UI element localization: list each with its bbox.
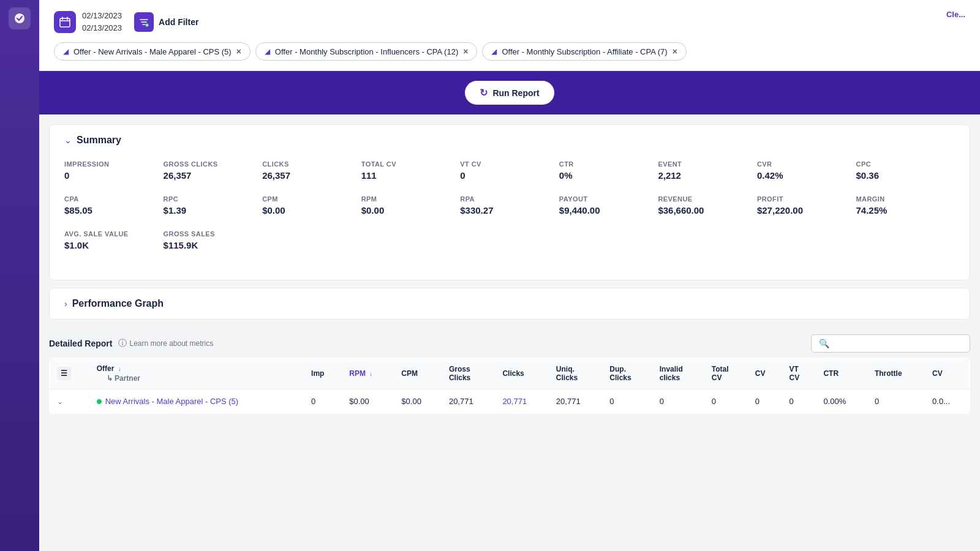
metric-avg-sale: AVG. SALE VALUE $1.0K (64, 230, 164, 250)
th-dup-clicks[interactable]: Dup.Clicks (602, 358, 652, 389)
metric-cpc-label: CPC (856, 160, 956, 168)
th-throttle[interactable]: Throttle (867, 358, 925, 389)
performance-graph-header[interactable]: › Performance Graph (50, 288, 970, 319)
metric-clicks-value: 26,357 (262, 170, 361, 181)
metric-rpc-label: RPC (164, 195, 263, 203)
metric-rpa: RPA $330.27 (460, 195, 559, 216)
metric-vt-cv-label: VT CV (460, 160, 559, 168)
td-ctr: 0.00% (816, 389, 867, 414)
search-box[interactable]: 🔍 (811, 334, 970, 353)
date-end: 02/13/2023 (82, 22, 122, 34)
run-report-button[interactable]: ↻ Run Report (465, 81, 554, 105)
summary-collapse-icon: ⌄ (64, 135, 72, 145)
filter-tag-close-3[interactable]: × (673, 47, 677, 56)
date-range: 02/13/2023 02/13/2023 (54, 10, 122, 34)
detailed-report-section: Detailed Report ⓘ Learn more about metri… (49, 327, 970, 414)
run-report-icon: ↻ (480, 87, 488, 99)
metric-revenue-label: REVENUE (658, 195, 757, 203)
th-ctr[interactable]: CTR (816, 358, 867, 389)
metric-cpm-label: CPM (262, 195, 361, 203)
metric-placeholder-4 (559, 230, 658, 250)
search-input[interactable] (833, 339, 962, 348)
th-total-cv[interactable]: TotalCV (704, 358, 748, 389)
page-wrapper: 02/13/2023 02/13/2023 Add Filter (0, 0, 980, 551)
filter-tag-3: ◢ Offer - Monthly Subscription - Affilia… (482, 42, 686, 61)
metric-cpa: CPA $85.05 (64, 195, 164, 216)
metric-revenue-value: $36,660.00 (658, 205, 757, 216)
date-start: 02/13/2023 (82, 10, 122, 22)
td-vt-cv: 0 (782, 389, 816, 414)
th-offer[interactable]: Offer ↓ ↳ Partner (89, 358, 304, 389)
info-icon: ⓘ (118, 338, 127, 349)
filter-tag-1: ◢ Offer - New Arrivals - Male Apparel - … (54, 42, 251, 61)
filter-tag-close-1[interactable]: × (236, 47, 241, 56)
filter-tag-label-3: Offer - Monthly Subscription - Affiliate… (502, 47, 667, 56)
metric-profit-label: PROFIT (757, 195, 856, 203)
metric-payout: PAYOUT $9,440.00 (559, 195, 658, 216)
th-clicks[interactable]: Clicks (495, 358, 548, 389)
metric-vt-cv: VT CV 0 (460, 160, 559, 181)
td-gross-clicks: 20,771 (442, 389, 495, 414)
summary-header[interactable]: ⌄ Summary (50, 125, 970, 156)
metric-total-cv-label: TOTAL CV (361, 160, 461, 168)
th-cv2[interactable]: CV (925, 358, 970, 389)
metric-event: EVENT 2,212 (658, 160, 757, 181)
offer-name-link[interactable]: New Arrivals - Male Apparel - CPS (5) (105, 397, 238, 406)
td-throttle: 0 (867, 389, 925, 414)
th-offer-label: Offer ↓ (97, 364, 296, 373)
metric-rpm-label: RPM (361, 195, 461, 203)
td-cv: 0 (748, 389, 782, 414)
th-filter-icon[interactable]: ☰ (57, 367, 71, 380)
rpm-sort-arrow: ↓ (369, 370, 372, 377)
metric-rpa-value: $330.27 (460, 205, 559, 216)
metric-rpc: RPC $1.39 (164, 195, 263, 216)
filter-tag-close-2[interactable]: × (463, 47, 468, 56)
performance-graph-expand-icon: › (64, 299, 67, 309)
metric-margin-value: 74.25% (856, 205, 956, 216)
row-expand-button[interactable]: ⌄ (57, 397, 63, 406)
metric-total-cv: TOTAL CV 111 (361, 160, 461, 181)
learn-more-label: Learn more about metrics (129, 339, 213, 348)
metric-rpm: RPM $0.00 (361, 195, 461, 216)
add-filter-button[interactable]: Add Filter (134, 12, 198, 32)
sidebar-logo (9, 7, 31, 29)
metric-gross-sales-value: $115.9K (164, 240, 263, 250)
metric-payout-value: $9,440.00 (559, 205, 658, 216)
metric-gross-clicks-label: GROSS CLICKS (164, 160, 263, 168)
metric-cvr: CVR 0.42% (757, 160, 856, 181)
metric-payout-label: PAYOUT (559, 195, 658, 203)
clear-button[interactable]: Cle... (946, 10, 965, 19)
table-row: ⌄ New Arrivals - Male Apparel - CPS (5) … (50, 389, 970, 414)
metric-cpa-value: $85.05 (64, 205, 164, 216)
th-imp[interactable]: Imp (304, 358, 342, 389)
metric-event-value: 2,212 (658, 170, 757, 181)
td-invalid-clicks: 0 (652, 389, 704, 414)
metric-placeholder-7 (856, 230, 956, 250)
metric-avg-sale-label: AVG. SALE VALUE (64, 230, 164, 238)
metric-placeholder-1 (262, 230, 361, 250)
metric-gross-clicks: GROSS CLICKS 26,357 (164, 160, 263, 181)
td-imp: 0 (304, 389, 342, 414)
add-filter-label: Add Filter (159, 17, 198, 27)
td-total-cv: 0 (704, 389, 748, 414)
metric-avg-sale-value: $1.0K (64, 240, 164, 250)
th-rpm[interactable]: RPM ↓ (342, 358, 394, 389)
metric-margin-label: MARGIN (856, 195, 956, 203)
th-cv[interactable]: CV (748, 358, 782, 389)
th-invalid-clicks[interactable]: Invalidclicks (652, 358, 704, 389)
metric-cpm: CPM $0.00 (262, 195, 361, 216)
metric-placeholder-5 (658, 230, 757, 250)
filter-tags: ◢ Offer - New Arrivals - Male Apparel - … (54, 42, 965, 61)
metric-margin: MARGIN 74.25% (856, 195, 956, 216)
metric-rpc-value: $1.39 (164, 205, 263, 216)
th-cpm[interactable]: CPM (394, 358, 442, 389)
th-uniq-clicks[interactable]: Uniq.Clicks (549, 358, 602, 389)
filter-tag-icon-3: ◢ (491, 47, 497, 56)
th-vt-cv[interactable]: VTCV (782, 358, 816, 389)
td-dup-clicks: 0 (602, 389, 652, 414)
sidebar (0, 0, 39, 551)
th-gross-clicks[interactable]: GrossClicks (442, 358, 495, 389)
th-partner-label: ↳ Partner (97, 374, 296, 383)
calendar-icon[interactable] (54, 11, 76, 33)
learn-more-link[interactable]: ⓘ Learn more about metrics (118, 338, 213, 349)
